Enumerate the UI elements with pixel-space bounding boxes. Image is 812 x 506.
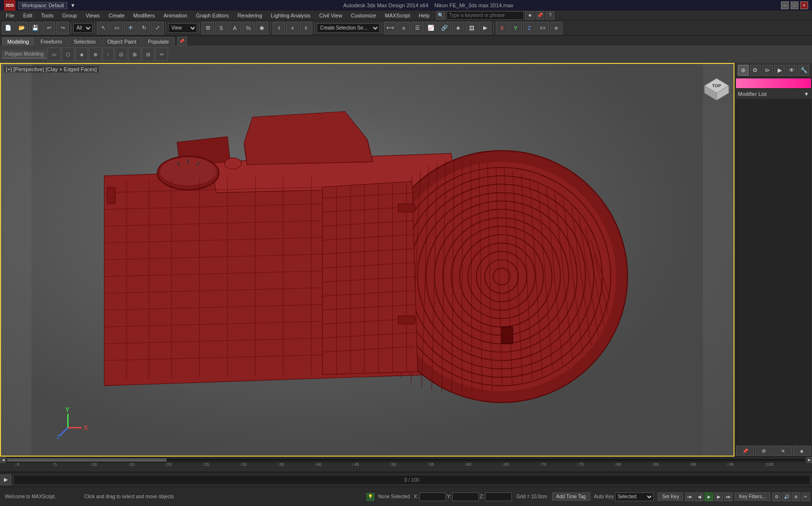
set-key-btn[interactable]: Set Key — [658, 492, 683, 501]
num2[interactable]: 4 — [286, 22, 299, 34]
ribbon-btn-2[interactable]: ⬡ — [61, 47, 75, 61]
quick-access-icon[interactable]: 📌 — [536, 11, 544, 20]
scroll-left-btn[interactable]: ◀ — [0, 457, 6, 463]
z-input[interactable] — [485, 492, 512, 501]
menu-help[interactable]: Help — [415, 12, 434, 19]
search-icon-btn[interactable]: 🔍 — [436, 11, 445, 20]
delete-modifier-btn[interactable]: ✕ — [774, 446, 792, 456]
x-input[interactable] — [419, 492, 446, 501]
modifier-area[interactable] — [736, 100, 811, 444]
layer-btn[interactable]: ☰ — [411, 22, 424, 34]
scale-btn[interactable]: ⤢ — [151, 22, 164, 34]
ribbon-btn-8[interactable]: ⊟ — [142, 47, 154, 61]
pin-ribbon-btn[interactable]: 📌 — [177, 37, 187, 46]
menu-rendering[interactable]: Rendering — [234, 12, 266, 19]
move-btn[interactable]: ✛ — [124, 22, 137, 34]
workspace-dropdown[interactable]: Workspace: Default — [18, 2, 67, 9]
dropdown-arrow[interactable]: ▼ — [70, 2, 76, 8]
config-btn[interactable]: ⚙ — [755, 446, 773, 456]
tab-object-paint[interactable]: Object Paint — [102, 37, 142, 46]
select-btn[interactable]: ↖ — [97, 22, 109, 34]
percent-snap[interactable]: % — [242, 22, 255, 34]
selection-set-dropdown[interactable]: Create Selection Se... — [317, 23, 380, 33]
ribbon-btn-6[interactable]: ⊡ — [115, 47, 127, 61]
angle-snap[interactable]: A — [229, 22, 241, 34]
x-axis-btn[interactable]: X — [496, 22, 508, 34]
redo-btn[interactable]: ↪ — [56, 22, 69, 34]
prev-frame-btn[interactable]: ◀ — [695, 492, 704, 501]
scroll-right-btn[interactable]: ▶ — [806, 457, 812, 463]
scroll-track[interactable] — [7, 458, 805, 462]
menu-group[interactable]: Group — [58, 12, 81, 19]
minimize-button[interactable]: ─ — [781, 1, 789, 9]
render-setup-btn[interactable]: 🖼 — [465, 22, 478, 34]
autokey-dropdown[interactable]: Selected — [615, 492, 654, 501]
ribbon-btn-7[interactable]: ⊞ — [128, 47, 141, 61]
ribbon-btn-1[interactable]: ▭ — [47, 47, 61, 61]
status-icon-1[interactable]: ⚙ — [772, 492, 781, 501]
schematic-view-btn[interactable]: 🔗 — [438, 22, 451, 34]
favorites-icon[interactable]: ★ — [525, 11, 534, 20]
menu-animation[interactable]: Animation — [160, 12, 191, 19]
key-filters-btn[interactable]: Key Filters... — [735, 492, 770, 501]
open-file-btn[interactable]: 📂 — [15, 22, 28, 34]
utilities-tab[interactable]: 🔧 — [798, 65, 809, 76]
menu-customize[interactable]: Customize — [347, 12, 380, 19]
status-icon-4[interactable]: ✂ — [801, 492, 810, 501]
add-time-tag-btn[interactable]: Add Time Tag — [552, 492, 590, 501]
menu-create[interactable]: Create — [105, 12, 128, 19]
scroll-thumb[interactable] — [7, 459, 167, 461]
make-unique-btn[interactable]: ◈ — [793, 446, 811, 456]
next-frame-btn[interactable]: ▶ — [714, 492, 723, 501]
motion-tab[interactable]: ▶ — [774, 65, 785, 76]
dropdown-arrow-modifier[interactable]: ▼ — [804, 91, 809, 97]
timeline-bar[interactable]: 0 / 100 — [14, 475, 810, 485]
ribbon-btn-5[interactable]: ↑ — [103, 47, 114, 61]
status-icon-2[interactable]: 🔊 — [782, 492, 791, 501]
menu-file[interactable]: File — [2, 12, 18, 19]
menu-graph-editors[interactable]: Graph Editors — [192, 12, 233, 19]
menu-lighting-analysis[interactable]: Lighting Analysis — [267, 12, 314, 19]
spinner-snap[interactable]: ◉ — [256, 22, 268, 34]
axis-icon-btn[interactable]: ⊕ — [550, 22, 563, 34]
view-dropdown[interactable]: View — [168, 23, 197, 33]
align-btn[interactable]: ≡ — [398, 22, 410, 34]
filter-dropdown[interactable]: All — [73, 23, 92, 33]
menu-views[interactable]: Views — [82, 12, 104, 19]
search-input[interactable] — [446, 11, 524, 20]
render-btn[interactable]: ▶ — [479, 22, 491, 34]
play-viewport-btn[interactable]: ▶ — [0, 475, 11, 485]
help-icon[interactable]: ? — [546, 11, 554, 20]
play-btn[interactable]: ▶ — [705, 492, 713, 501]
nav-cube[interactable]: TOP — [700, 69, 729, 98]
tab-populate[interactable]: Populate — [142, 37, 174, 46]
rotate-btn[interactable]: ↻ — [138, 22, 150, 34]
snap-options[interactable]: S — [215, 22, 228, 34]
maximize-button[interactable]: □ — [791, 1, 798, 9]
goto-end-btn[interactable]: ⏭ — [724, 492, 733, 501]
close-button[interactable]: ✕ — [800, 1, 808, 9]
new-file-btn[interactable]: 📄 — [2, 22, 15, 34]
hierarchy-tab[interactable]: ⊳ — [762, 65, 773, 76]
curve-editor-btn[interactable]: 📈 — [425, 22, 437, 34]
ribbon-btn-3[interactable]: ◈ — [76, 47, 88, 61]
create-tab[interactable]: ⊕ — [738, 65, 749, 76]
snap-toggle[interactable]: ⊞ — [201, 22, 214, 34]
goto-start-btn[interactable]: ⏮ — [685, 492, 694, 501]
xy-axis-btn[interactable]: XY — [536, 22, 549, 34]
ribbon-btn-9[interactable]: ✂ — [155, 47, 168, 61]
ribbon-btn-4[interactable]: ⊕ — [89, 47, 102, 61]
menu-maxscript[interactable]: MAXScript — [381, 12, 414, 19]
tab-modeling[interactable]: Modeling — [2, 37, 34, 46]
menu-edit[interactable]: Edit — [19, 12, 36, 19]
tab-freeform[interactable]: Freeform — [35, 37, 68, 46]
material-editor-btn[interactable]: ◈ — [452, 22, 464, 34]
num1[interactable]: 3 — [273, 22, 285, 34]
status-icon-3[interactable]: ⊕ — [792, 492, 800, 501]
undo-btn[interactable]: ↩ — [43, 22, 55, 34]
mirror-btn[interactable]: ⟷ — [384, 22, 397, 34]
y-input[interactable] — [452, 492, 479, 501]
viewport[interactable]: [+] [Perspective] [Clay + Edged Faces] — [0, 63, 735, 457]
tab-selection[interactable]: Selection — [68, 37, 101, 46]
display-tab[interactable]: 👁 — [786, 65, 797, 76]
